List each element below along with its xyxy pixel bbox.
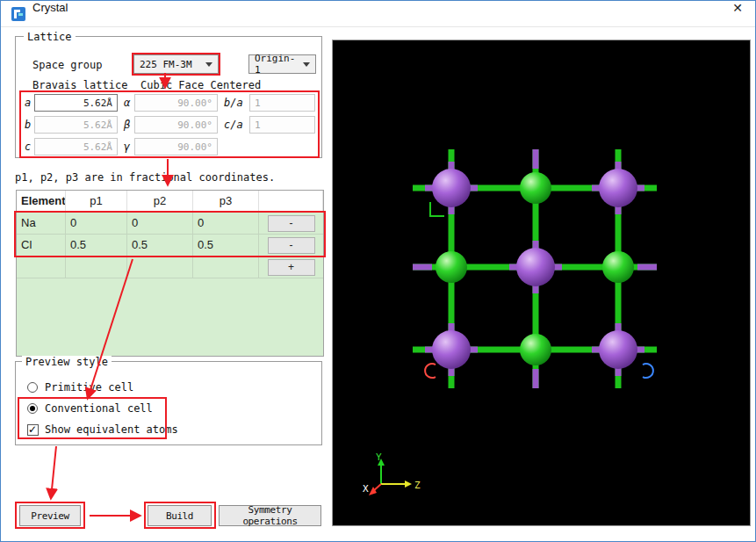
gamma-input bbox=[134, 138, 218, 155]
alpha-input bbox=[134, 94, 218, 112]
header-p3: p3 bbox=[193, 191, 259, 213]
empty-cell[interactable] bbox=[193, 257, 259, 278]
atom-row-cl: Cl 0.5 0.5 0.5 - bbox=[17, 235, 323, 257]
header-p1: p1 bbox=[66, 191, 127, 213]
ca-label: c/a bbox=[224, 119, 243, 131]
window-title: Crystal bbox=[32, 1, 68, 14]
gamma-label: γ bbox=[124, 141, 130, 153]
header-actions bbox=[259, 191, 323, 213]
atom-na[interactable] bbox=[599, 169, 637, 207]
space-group-label: Space group bbox=[32, 59, 102, 71]
remove-row-button[interactable]: - bbox=[268, 215, 315, 232]
empty-cell[interactable] bbox=[66, 257, 127, 278]
preview-style-legend: Preview style bbox=[22, 356, 112, 368]
bravais-value: Cubic Face Centered bbox=[140, 79, 261, 91]
element-cell[interactable]: Cl bbox=[17, 235, 66, 257]
ba-label: b/a bbox=[224, 97, 243, 109]
axis-y-label: Y bbox=[376, 452, 382, 463]
bravais-label: Bravais lattice bbox=[32, 79, 127, 91]
dropdown-arrow-icon bbox=[205, 62, 212, 67]
empty-cell[interactable] bbox=[17, 257, 66, 278]
beta-label: β bbox=[124, 119, 130, 131]
crystal-scene[interactable]: Y Z X bbox=[333, 40, 750, 525]
lattice-legend: Lattice bbox=[24, 31, 76, 43]
atom-cl[interactable] bbox=[520, 172, 551, 204]
beta-input bbox=[134, 116, 218, 134]
c-input bbox=[34, 138, 118, 155]
axis-triad: Y Z X bbox=[363, 452, 421, 495]
a-input[interactable] bbox=[34, 94, 118, 112]
annotation-arrow-4 bbox=[51, 446, 56, 498]
element-cell[interactable]: Na bbox=[17, 213, 66, 235]
preview-button[interactable]: Preview bbox=[19, 505, 81, 526]
header-element: Element bbox=[17, 191, 66, 213]
crystal-dialog: Crystal ✕ Lattice Space group 225 FM-3M … bbox=[0, 0, 756, 542]
origin-combo[interactable]: Origin-1 bbox=[248, 54, 316, 74]
table-header-row: Element p1 p2 p3 bbox=[17, 191, 323, 213]
radio-conventional-cell[interactable] bbox=[27, 403, 38, 414]
a-label: a bbox=[25, 97, 31, 109]
radio-primitive-label[interactable]: Primitive cell bbox=[45, 381, 133, 394]
show-equivalent-label[interactable]: Show equivalent atoms bbox=[45, 423, 178, 436]
p2-cell[interactable]: 0 bbox=[127, 213, 193, 235]
ca-input bbox=[249, 116, 315, 134]
atom-cl[interactable] bbox=[436, 251, 467, 283]
atom-na[interactable] bbox=[516, 248, 555, 286]
radio-primitive-cell[interactable] bbox=[27, 382, 38, 393]
space-group-combo[interactable]: 225 FM-3M bbox=[133, 54, 219, 74]
b-label: b bbox=[25, 119, 31, 131]
atoms-table: Element p1 p2 p3 Na 0 0 0 - Cl 0.5 0.5 0… bbox=[16, 190, 324, 357]
axis-z-arrowhead-icon bbox=[405, 481, 412, 488]
title-bar[interactable]: Crystal ✕ bbox=[1, 1, 755, 27]
atom-na[interactable] bbox=[432, 330, 471, 369]
fractional-note: p1, p2, p3 are in fractional coordinates… bbox=[15, 171, 275, 184]
alpha-label: α bbox=[124, 97, 130, 109]
c-label: c bbox=[25, 141, 31, 153]
axis-z-label: Z bbox=[414, 480, 421, 491]
show-equivalent-checkbox[interactable] bbox=[27, 424, 39, 436]
atom-row-na: Na 0 0 0 - bbox=[17, 213, 323, 235]
empty-cell[interactable] bbox=[127, 257, 193, 278]
build-button[interactable]: Build bbox=[148, 505, 212, 526]
p3-cell[interactable]: 0.5 bbox=[193, 235, 259, 257]
actions-cell: - bbox=[259, 235, 323, 257]
symmetry-operations-button[interactable]: Symmetry operations bbox=[219, 505, 321, 526]
p3-cell[interactable]: 0 bbox=[193, 213, 259, 235]
atoms[interactable] bbox=[432, 169, 637, 369]
header-p2: p2 bbox=[127, 191, 193, 213]
radio-conventional-label[interactable]: Conventional cell bbox=[45, 402, 153, 415]
add-row-button[interactable]: + bbox=[268, 259, 315, 276]
remove-row-button[interactable]: - bbox=[268, 237, 315, 254]
close-button[interactable]: ✕ bbox=[732, 1, 743, 15]
atom-cl[interactable] bbox=[520, 334, 551, 365]
ba-input bbox=[249, 94, 315, 112]
p1-cell[interactable]: 0 bbox=[66, 213, 127, 235]
b-input bbox=[34, 116, 118, 134]
p1-cell[interactable]: 0.5 bbox=[66, 235, 127, 257]
viewport-3d[interactable]: Y Z X bbox=[332, 40, 751, 526]
red-arc-marker bbox=[425, 364, 436, 378]
actions-cell: - bbox=[259, 213, 323, 235]
dropdown-arrow-icon bbox=[303, 62, 310, 67]
axis-x-label: X bbox=[363, 483, 369, 495]
add-row: + bbox=[17, 257, 323, 278]
blue-arc-marker bbox=[643, 364, 653, 378]
space-group-value: 225 FM-3M bbox=[140, 59, 192, 70]
atom-cl[interactable] bbox=[602, 251, 634, 283]
atom-na[interactable] bbox=[432, 169, 471, 207]
app-icon bbox=[11, 7, 25, 21]
p2-cell[interactable]: 0.5 bbox=[127, 235, 193, 257]
actions-cell: + bbox=[259, 257, 323, 278]
atom-na[interactable] bbox=[599, 330, 637, 369]
origin-value: Origin-1 bbox=[255, 53, 299, 76]
